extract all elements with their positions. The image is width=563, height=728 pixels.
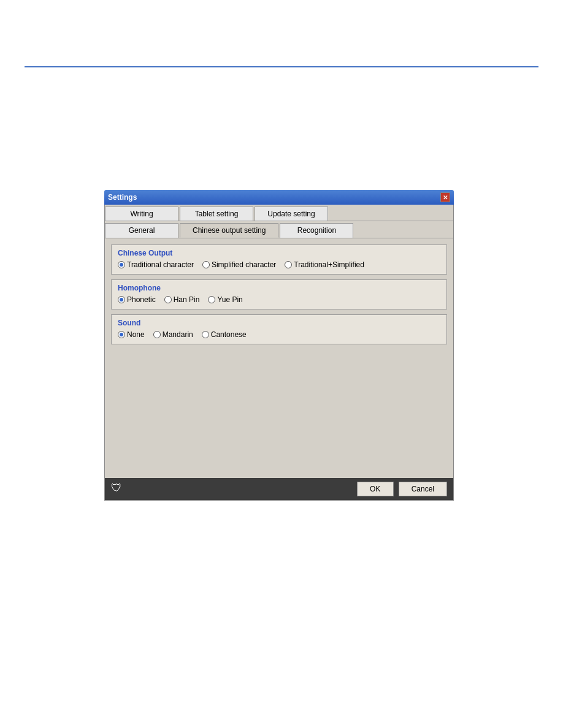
radio-phonetic-label: Phonetic — [127, 295, 156, 304]
sound-title: Sound — [118, 319, 440, 327]
chinese-output-title: Chinese Output — [118, 249, 440, 257]
radio-phonetic[interactable]: Phonetic — [118, 295, 156, 304]
page-background: manualshive.com Settings ✕ Writing Table… — [0, 0, 563, 728]
ok-button[interactable]: OK — [357, 482, 394, 496]
tab-writing[interactable]: Writing — [105, 207, 178, 221]
radio-mandarin[interactable]: Mandarin — [153, 330, 193, 339]
decorative-line — [25, 66, 538, 67]
radio-simplified-character-label: Simplified character — [212, 260, 276, 269]
chinese-output-section: Chinese Output Traditional character Sim… — [111, 245, 447, 275]
content-area: Chinese Output Traditional character Sim… — [105, 238, 453, 478]
radio-han-pin-label: Han Pin — [174, 295, 200, 304]
tab-recognition[interactable]: Recognition — [280, 223, 353, 238]
radio-traditional-simplified-icon — [285, 261, 292, 268]
dialog-title: Settings — [108, 193, 137, 202]
tabs-row-2: General Chinese output setting Recogniti… — [105, 221, 453, 238]
dialog-title-bar: Settings ✕ — [104, 190, 454, 205]
radio-han-pin-icon — [164, 296, 172, 303]
radio-cantonese-icon — [202, 331, 209, 338]
cancel-button[interactable]: Cancel — [399, 482, 447, 496]
settings-dialog: Settings ✕ Writing Tablet setting Update… — [104, 190, 454, 501]
radio-none[interactable]: None — [118, 330, 145, 339]
homophone-section: Homophone Phonetic Han Pin Yue Pin — [111, 279, 447, 309]
radio-traditional-character-label: Traditional character — [127, 260, 194, 269]
homophone-radio-group: Phonetic Han Pin Yue Pin — [118, 295, 440, 304]
radio-yue-pin-label: Yue Pin — [217, 295, 242, 304]
radio-simplified-character-icon — [202, 261, 210, 268]
dialog-body: Writing Tablet setting Update setting Ge… — [104, 205, 454, 501]
radio-yue-pin[interactable]: Yue Pin — [208, 295, 242, 304]
radio-mandarin-label: Mandarin — [163, 330, 193, 339]
radio-traditional-character[interactable]: Traditional character — [118, 260, 194, 269]
button-group: OK Cancel — [357, 482, 447, 496]
radio-simplified-character[interactable]: Simplified character — [202, 260, 276, 269]
radio-traditional-simplified-label: Traditional+Simplified — [294, 260, 364, 269]
radio-traditional-character-icon — [118, 261, 125, 268]
shield-icon: 🛡 — [111, 482, 126, 496]
bottom-bar: 🛡 OK Cancel — [105, 478, 453, 500]
sound-section: Sound None Mandarin Cantonese — [111, 314, 447, 344]
tab-chinese-output-setting[interactable]: Chinese output setting — [180, 223, 278, 238]
radio-mandarin-icon — [153, 331, 161, 338]
tab-general[interactable]: General — [105, 223, 178, 238]
content-spacer — [111, 349, 447, 472]
radio-phonetic-icon — [118, 296, 125, 303]
radio-traditional-simplified[interactable]: Traditional+Simplified — [285, 260, 364, 269]
tab-update-setting[interactable]: Update setting — [255, 207, 328, 221]
sound-radio-group: None Mandarin Cantonese — [118, 330, 440, 339]
homophone-title: Homophone — [118, 284, 440, 292]
radio-none-label: None — [127, 330, 145, 339]
radio-cantonese-label: Cantonese — [211, 330, 247, 339]
radio-yue-pin-icon — [208, 296, 215, 303]
radio-none-icon — [118, 331, 125, 338]
radio-cantonese[interactable]: Cantonese — [202, 330, 247, 339]
tabs-row-1: Writing Tablet setting Update setting — [105, 205, 453, 221]
radio-han-pin[interactable]: Han Pin — [164, 295, 200, 304]
close-button[interactable]: ✕ — [440, 192, 450, 202]
tab-tablet-setting[interactable]: Tablet setting — [180, 207, 253, 221]
chinese-output-radio-group: Traditional character Simplified charact… — [118, 260, 440, 269]
